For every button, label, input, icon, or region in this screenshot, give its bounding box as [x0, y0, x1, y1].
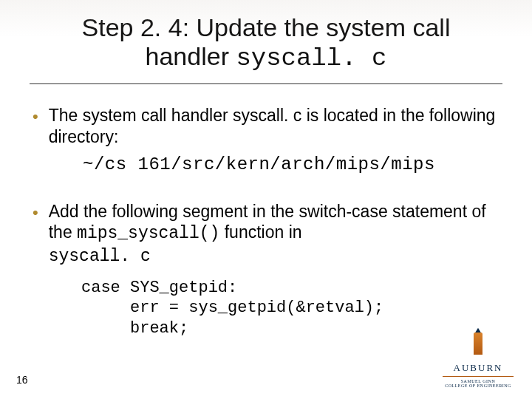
bullet-marker-icon: • [33, 105, 38, 148]
bullet-2-code1: mips_syscall() [77, 224, 219, 243]
logo-subtitle-2: College of Engineering [437, 383, 519, 389]
title-line-1: Step 2. 4: Update the system call [82, 13, 451, 41]
bullet-marker-icon: • [33, 201, 38, 267]
code-line-3: break; [81, 319, 188, 338]
logo-university-name: AUBURN [437, 362, 519, 374]
bullet-2-text: Add the following segment in the switch-… [49, 201, 499, 267]
bullet-2: • Add the following segment in the switc… [33, 201, 499, 267]
logo-subtitle-1: Samuel Ginn [437, 379, 519, 384]
bullet-1-path: ~/cs 161/src/kern/arch/mips/mips [33, 154, 499, 176]
code-line-2: err = sys_getpid(&retval); [81, 299, 383, 317]
bullet-1: • The system call handler syscall. c is … [33, 105, 499, 148]
auburn-logo: AUBURN Samuel Ginn College of Engineerin… [437, 328, 519, 389]
bullet-2-code2: syscall. c [49, 247, 151, 266]
slide: Step 2. 4: Update the system call handle… [0, 0, 532, 399]
slide-title: Step 2. 4: Update the system call handle… [0, 0, 532, 81]
logo-divider [443, 376, 514, 377]
bullet-1-text: The system call handler syscall. c is lo… [49, 105, 499, 148]
title-line-2-code: syscall. c [236, 44, 386, 72]
code-line-1: case SYS_getpid: [81, 279, 237, 297]
code-snippet: case SYS_getpid: err = sys_getpid(&retva… [33, 278, 499, 339]
logo-tower-icon [469, 328, 487, 358]
page-number: 16 [16, 374, 28, 386]
slide-body: • The system call handler syscall. c is … [0, 84, 532, 338]
title-line-2-prefix: handler [146, 42, 236, 70]
bullet-2-seg2: function in [219, 222, 301, 242]
